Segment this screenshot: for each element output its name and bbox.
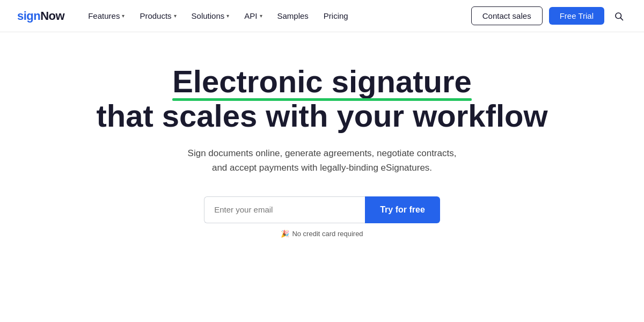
nav-item-features[interactable]: Features ▾ — [82, 8, 131, 24]
nav-links: Features ▾ Products ▾ Solutions ▾ API ▾ … — [82, 8, 471, 24]
logo-now: Now — [40, 9, 64, 23]
nav-item-solutions[interactable]: Solutions ▾ — [185, 8, 236, 24]
hero-heading-underlined: Electronic signature — [172, 64, 472, 99]
nav-item-pricing[interactable]: Pricing — [317, 8, 355, 24]
nav-item-api[interactable]: API ▾ — [238, 8, 268, 24]
search-icon — [614, 11, 624, 21]
nav-label-api: API — [244, 11, 257, 20]
chevron-down-icon: ▾ — [226, 13, 229, 19]
party-emoji: 🎉 — [281, 230, 289, 238]
no-credit-card-note: 🎉 No credit card required — [281, 230, 363, 238]
nav-item-products[interactable]: Products ▾ — [133, 8, 182, 24]
nav-label-samples: Samples — [277, 11, 309, 20]
email-input[interactable] — [204, 196, 365, 223]
hero-heading: Electronic signature that scales with yo… — [96, 64, 547, 133]
nav-label-solutions: Solutions — [192, 11, 225, 20]
hero-form: Try for free — [204, 196, 440, 223]
chevron-down-icon: ▾ — [122, 13, 125, 19]
free-trial-button[interactable]: Free Trial — [549, 7, 604, 25]
hero-subtitle: Sign documents online, generate agreemen… — [182, 146, 462, 175]
chevron-down-icon: ▾ — [260, 13, 262, 19]
logo[interactable]: signNow — [17, 9, 64, 23]
navbar: signNow Features ▾ Products ▾ Solutions … — [0, 0, 644, 32]
hero-heading-rest: that scales with your workflow — [96, 98, 547, 133]
try-free-button[interactable]: Try for free — [365, 196, 440, 223]
chevron-down-icon: ▾ — [174, 13, 177, 19]
nav-item-samples[interactable]: Samples — [271, 8, 315, 24]
nav-label-features: Features — [88, 11, 120, 20]
hero-section: Electronic signature that scales with yo… — [0, 32, 644, 259]
nav-label-pricing: Pricing — [324, 11, 348, 20]
search-button[interactable] — [611, 8, 627, 24]
contact-sales-button[interactable]: Contact sales — [471, 6, 543, 25]
logo-sign: sign — [17, 9, 40, 23]
no-credit-card-text: No credit card required — [292, 230, 363, 238]
nav-actions: Contact sales Free Trial — [471, 6, 627, 25]
svg-line-1 — [620, 18, 623, 20]
nav-label-products: Products — [140, 11, 171, 20]
